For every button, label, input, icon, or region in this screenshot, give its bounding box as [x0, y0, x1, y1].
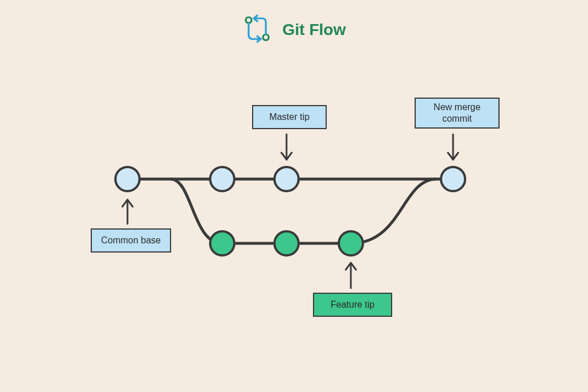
label-text: Feature tip	[331, 299, 374, 311]
label-merge-commit: New merge commit	[415, 98, 500, 129]
label-text: Common base	[101, 235, 161, 246]
arrow-merge-commit	[448, 134, 458, 160]
arrow-common-base	[122, 200, 133, 224]
git-flow-diagram	[0, 0, 588, 392]
label-feature-tip: Feature tip	[313, 293, 392, 317]
commit-feature-1	[210, 231, 234, 255]
arrow-feature-tip	[346, 263, 356, 288]
label-text: Master tip	[269, 111, 310, 123]
arrow-master-tip	[281, 134, 292, 160]
label-text: New merge commit	[424, 102, 490, 125]
label-master-tip: Master tip	[252, 105, 327, 129]
commit-feature-2	[274, 231, 299, 255]
commit-feature-tip	[339, 231, 363, 255]
commit-common-base	[115, 167, 140, 191]
label-common-base: Common base	[91, 228, 171, 253]
commit-master-tip	[274, 167, 299, 191]
commit-merge	[441, 167, 465, 191]
commit-master-2	[210, 167, 234, 191]
merge-curve	[351, 179, 436, 243]
